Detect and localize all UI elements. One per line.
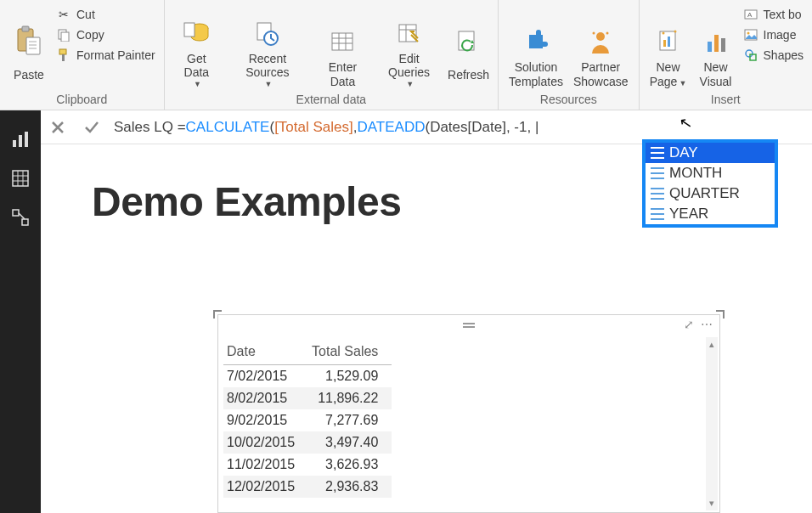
intellisense-label: QUARTER bbox=[669, 185, 740, 202]
svg-point-25 bbox=[606, 32, 609, 35]
svg-rect-43 bbox=[13, 171, 28, 186]
ribbon-group-external-data: Get Data▼ Recent Sources▼ Enter Data Edi… bbox=[165, 0, 499, 110]
svg-rect-41 bbox=[19, 135, 22, 147]
focus-mode-icon[interactable]: ⤢ bbox=[684, 318, 694, 331]
recent-sources-button[interactable]: Recent Sources▼ bbox=[223, 3, 312, 91]
table-row[interactable]: 7/02/20151,529.09 bbox=[223, 365, 392, 388]
visual-header[interactable]: ⤢ ⋯ bbox=[218, 315, 719, 335]
refresh-button[interactable]: Refresh bbox=[444, 3, 493, 91]
intellisense-item[interactable]: DAY bbox=[646, 143, 775, 163]
cell-date: 9/02/2015 bbox=[223, 409, 308, 431]
edit-queries-icon bbox=[396, 16, 423, 50]
data-table: Date Total Sales 7/02/20151,529.098/02/2… bbox=[223, 341, 392, 498]
paste-button[interactable]: Paste bbox=[5, 3, 53, 91]
recent-icon bbox=[254, 16, 281, 50]
chevron-down-icon: ▼ bbox=[679, 79, 686, 87]
model-view-button[interactable] bbox=[8, 206, 32, 229]
person-icon bbox=[587, 25, 614, 59]
svg-rect-9 bbox=[62, 54, 65, 61]
enter-data-button[interactable]: Enter Data bbox=[312, 3, 375, 91]
intellisense-item[interactable]: QUARTER bbox=[646, 183, 775, 204]
intellisense-dropdown[interactable]: DAYMONTHQUARTERYEAR bbox=[642, 139, 778, 228]
scroll-up-icon[interactable]: ▴ bbox=[706, 339, 718, 350]
copy-icon bbox=[56, 27, 71, 42]
enum-icon bbox=[651, 208, 664, 220]
formula-cancel-button[interactable] bbox=[41, 110, 75, 144]
chevron-down-icon: ▼ bbox=[177, 80, 219, 89]
ribbon-group-resources: SolutionTemplates PartnerShowcase Resour… bbox=[499, 0, 639, 110]
group-label-resources: Resources bbox=[504, 91, 633, 108]
svg-rect-29 bbox=[663, 40, 666, 47]
svg-rect-31 bbox=[708, 42, 712, 52]
vertical-scrollbar[interactable]: ▴ ▾ bbox=[706, 337, 718, 510]
scissors-icon: ✂ bbox=[56, 7, 71, 22]
table-row[interactable]: 12/02/20152,936.83 bbox=[223, 476, 392, 498]
text-box-button[interactable]: A Text bo bbox=[740, 5, 807, 24]
group-label-insert: Insert bbox=[645, 91, 807, 108]
edit-queries-button[interactable]: Edit Queries▼ bbox=[374, 3, 444, 91]
col-header-date[interactable]: Date bbox=[223, 341, 308, 365]
chart-icon bbox=[702, 25, 730, 59]
table-row[interactable]: 11/02/20153,626.93 bbox=[223, 454, 392, 476]
table-row[interactable]: 9/02/20157,277.69 bbox=[223, 409, 392, 431]
text-box-icon: A bbox=[743, 7, 758, 22]
left-nav bbox=[0, 110, 41, 513]
svg-point-38 bbox=[746, 50, 753, 57]
table-row[interactable]: 8/02/201511,896.22 bbox=[223, 387, 392, 409]
svg-point-23 bbox=[596, 32, 605, 41]
paste-label: Paste bbox=[14, 68, 44, 82]
svg-rect-32 bbox=[714, 35, 719, 52]
new-page-icon bbox=[655, 25, 682, 59]
cell-date: 10/02/2015 bbox=[223, 431, 308, 454]
cell-date: 11/02/2015 bbox=[223, 454, 308, 476]
cell-value: 3,626.93 bbox=[308, 454, 392, 476]
intellisense-item[interactable]: MONTH bbox=[646, 163, 775, 183]
partner-showcase-button[interactable]: PartnerShowcase bbox=[568, 3, 634, 91]
new-page-button[interactable]: NewPage▼ bbox=[645, 3, 692, 91]
svg-point-27 bbox=[662, 32, 664, 35]
svg-rect-33 bbox=[721, 38, 725, 52]
image-button[interactable]: Image bbox=[740, 25, 807, 44]
table-row[interactable]: 10/02/20153,497.40 bbox=[223, 431, 392, 454]
copy-button[interactable]: Copy bbox=[53, 25, 159, 44]
shapes-icon bbox=[743, 48, 758, 63]
format-painter-button[interactable]: Format Painter bbox=[53, 46, 159, 65]
svg-rect-7 bbox=[61, 32, 69, 42]
report-view-button[interactable] bbox=[8, 127, 32, 151]
solution-templates-button[interactable]: SolutionTemplates bbox=[504, 3, 568, 91]
format-painter-label: Format Painter bbox=[76, 48, 155, 62]
svg-rect-1 bbox=[22, 26, 29, 31]
intellisense-label: MONTH bbox=[669, 165, 722, 182]
chevron-down-icon: ▼ bbox=[381, 80, 439, 89]
clipboard-icon bbox=[14, 25, 43, 59]
get-data-button[interactable]: Get Data▼ bbox=[170, 3, 224, 91]
new-visual-button[interactable]: NewVisual bbox=[692, 3, 740, 91]
svg-rect-8 bbox=[59, 49, 66, 54]
formula-commit-button[interactable] bbox=[75, 110, 109, 144]
svg-point-24 bbox=[593, 32, 595, 35]
ribbon: Paste ✂ Cut Copy Format Painter bbox=[0, 0, 812, 110]
intellisense-item[interactable]: YEAR bbox=[646, 204, 775, 224]
svg-rect-30 bbox=[668, 37, 670, 47]
cell-value: 1,529.09 bbox=[308, 365, 392, 388]
cut-button[interactable]: ✂ Cut bbox=[53, 5, 159, 24]
svg-rect-11 bbox=[184, 23, 195, 37]
scroll-down-icon[interactable]: ▾ bbox=[706, 498, 718, 509]
more-options-icon[interactable]: ⋯ bbox=[701, 318, 713, 331]
drag-handle-icon[interactable] bbox=[463, 323, 475, 328]
intellisense-label: DAY bbox=[669, 144, 698, 161]
col-header-total-sales[interactable]: Total Sales bbox=[308, 341, 392, 365]
data-view-button[interactable] bbox=[8, 166, 32, 190]
copy-label: Copy bbox=[76, 28, 104, 42]
group-label-external: External data bbox=[170, 91, 493, 108]
svg-text:A: A bbox=[747, 11, 753, 19]
enum-icon bbox=[651, 147, 664, 159]
table-visual[interactable]: ⤢ ⋯ Date Total Sales 7/02/20151,529.098/… bbox=[217, 314, 720, 513]
svg-point-37 bbox=[747, 32, 749, 35]
svg-rect-39 bbox=[750, 54, 756, 60]
svg-rect-48 bbox=[13, 210, 19, 216]
shapes-button[interactable]: Shapes bbox=[740, 46, 807, 65]
ribbon-group-insert: NewPage▼ NewVisual A Text bo bbox=[640, 0, 812, 110]
refresh-icon bbox=[455, 25, 482, 59]
cell-value: 2,936.83 bbox=[308, 476, 392, 498]
